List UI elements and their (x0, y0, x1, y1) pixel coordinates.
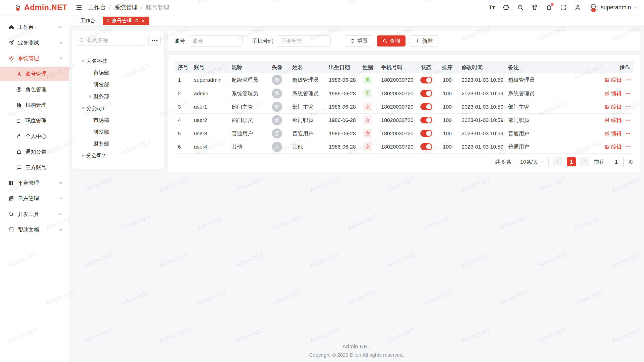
sidebar-item-label: 三方账号 (25, 164, 69, 171)
refresh-icon[interactable] (134, 19, 139, 23)
chevron-down-icon (58, 25, 63, 29)
phone-input[interactable] (277, 35, 331, 47)
sidebar-item-label: 开发工具 (18, 211, 58, 218)
row-more-button[interactable] (626, 119, 630, 122)
row-more-button[interactable] (626, 105, 630, 108)
language-icon[interactable] (503, 4, 509, 11)
edit-button[interactable]: 编辑 (605, 143, 622, 150)
table-row: 1 superadmin 超级管理员 超 超级管理员 1986-06-28 男 … (175, 73, 633, 87)
tree-node[interactable]: 分公司2 (76, 150, 160, 161)
next-page-button[interactable] (580, 157, 589, 166)
sidebar-item-notice[interactable]: 通知公告 (0, 145, 69, 159)
tree-node[interactable]: 财务部 (76, 90, 160, 102)
table-header-row: 序号 账号 昵称 头像 姓名 出生日期 性别 手机号码 状态 排序 修改时间 (175, 61, 633, 73)
gender-badge: 男 (364, 89, 372, 98)
row-more-button[interactable] (626, 78, 630, 81)
col-header: 性别 (358, 61, 378, 73)
sidebar-item-role-management[interactable]: 角色管理 (0, 82, 69, 97)
reset-button[interactable]: 重置 (345, 35, 373, 47)
tree-node[interactable]: 大名科技 (76, 55, 160, 67)
edit-button[interactable]: 编辑 (605, 130, 622, 137)
sidebar-item-account-management[interactable]: 账号管理 (0, 67, 69, 81)
user-menu[interactable]: superadmin (589, 3, 637, 12)
sidebar-item-label: 账号管理 (25, 70, 69, 77)
notification-bell-icon[interactable] (546, 4, 552, 11)
sidebar-item-platform-management[interactable]: 平台管理 (0, 176, 69, 190)
breadcrumb-item[interactable]: 系统管理 (114, 4, 137, 11)
sidebar-item-personal-center[interactable]: 个人中心 (0, 129, 69, 143)
status-toggle[interactable] (420, 103, 432, 110)
tree-node[interactable]: 市场部 (76, 114, 160, 126)
edit-button-label: 编辑 (611, 130, 622, 137)
tree-node[interactable]: 分公司1 (76, 102, 160, 114)
account-input[interactable] (189, 35, 243, 47)
tree-node[interactable]: 研发部 (76, 126, 160, 138)
search-icon[interactable] (517, 4, 524, 11)
sidebar-item-label: 工作台 (18, 24, 58, 31)
sidebar-item-position-management[interactable]: 职位管理 (0, 114, 69, 128)
tree-more-button[interactable] (148, 35, 160, 46)
row-more-button[interactable] (626, 132, 630, 135)
fullscreen-icon[interactable] (560, 4, 567, 11)
tree-node[interactable]: 市场部 (76, 67, 160, 79)
footer: Admin.NET Copyright © 2022 Dilon All rig… (69, 343, 644, 358)
add-button[interactable]: 新增 (410, 35, 438, 47)
caret-down-icon[interactable] (80, 107, 86, 109)
caret-right-icon[interactable] (80, 154, 86, 157)
avatar: 部 (272, 102, 282, 112)
status-toggle[interactable] (420, 143, 432, 150)
sidebar-item-org-management[interactable]: 机构管理 (0, 98, 69, 112)
tree-node[interactable]: 财务部 (76, 138, 160, 150)
font-size-icon[interactable]: Tт (489, 4, 495, 11)
sidebar-item-workbench[interactable]: 工作台 (0, 20, 69, 34)
tab-account-management[interactable]: 账号管理 (103, 17, 149, 25)
row-more-button[interactable] (626, 92, 630, 95)
sidebar-item-system-management[interactable]: 系统管理 (0, 51, 69, 65)
page-size-select[interactable]: 10条/页 (516, 157, 549, 167)
tree-node-label: 研发部 (93, 81, 109, 88)
org-search-input[interactable] (76, 35, 145, 46)
tree-node-label: 研发部 (93, 128, 109, 135)
theme-tshirt-icon[interactable] (531, 4, 538, 11)
sidebar-item-label: 帮助文档 (18, 226, 58, 233)
caret-down-icon[interactable] (80, 60, 86, 62)
edit-button[interactable]: 编辑 (605, 103, 622, 110)
edit-button[interactable]: 编辑 (605, 90, 622, 97)
chevron-down-icon (58, 212, 63, 216)
send-icon (8, 40, 14, 46)
query-button-label: 查询 (390, 37, 400, 44)
prev-page-button[interactable] (553, 157, 562, 166)
status-toggle[interactable] (420, 90, 432, 97)
breadcrumb-item[interactable]: 工作台 (88, 4, 106, 11)
page-number-current[interactable]: 1 (567, 157, 576, 166)
sidebar-item-help-docs[interactable]: 帮助文档 (0, 223, 69, 237)
row-more-button[interactable] (626, 145, 630, 148)
tab-workbench[interactable]: 工作台 (76, 17, 100, 25)
right-column: 账号 手机号码 重置 查询 新增 (168, 31, 640, 172)
logo-text: Admin.NET (24, 3, 67, 12)
document-copy-icon (8, 196, 14, 202)
sidebar-item-dev-tools[interactable]: 开发工具 (0, 207, 69, 221)
status-toggle[interactable] (420, 117, 432, 123)
edit-button[interactable]: 编辑 (605, 117, 622, 124)
org-tree: 大名科技 市场部 研发部 财务部 分公司1 市场部 研发部 财务部 分公司2 (76, 50, 160, 161)
sidebar-item-business-test[interactable]: 业务测试 (0, 36, 69, 50)
close-icon[interactable] (141, 19, 145, 23)
query-button[interactable]: 查询 (377, 35, 406, 47)
sidebar-item-log-management[interactable]: 日志管理 (0, 192, 69, 206)
sidebar-item-third-party-account[interactable]: 三方账号 (0, 160, 69, 174)
tree-node-label: 大名科技 (86, 58, 107, 65)
table-row: 6 user4 其他 其 其他 1986-06-28 女 18020030720… (175, 140, 633, 153)
goto-page-input[interactable] (609, 157, 624, 167)
caret-right-icon[interactable] (87, 95, 93, 98)
user-settings-icon[interactable] (574, 4, 581, 11)
status-toggle[interactable] (420, 77, 432, 83)
tree-node[interactable]: 研发部 (76, 79, 160, 90)
status-toggle[interactable] (420, 130, 432, 137)
col-header: 头像 (265, 61, 289, 73)
gender-badge: 女 (364, 116, 372, 124)
collapse-sidebar-icon[interactable] (76, 4, 82, 11)
edit-button[interactable]: 编辑 (605, 76, 622, 83)
add-button-label: 新增 (422, 37, 433, 44)
logo[interactable]: Admin.NET (0, 0, 69, 15)
